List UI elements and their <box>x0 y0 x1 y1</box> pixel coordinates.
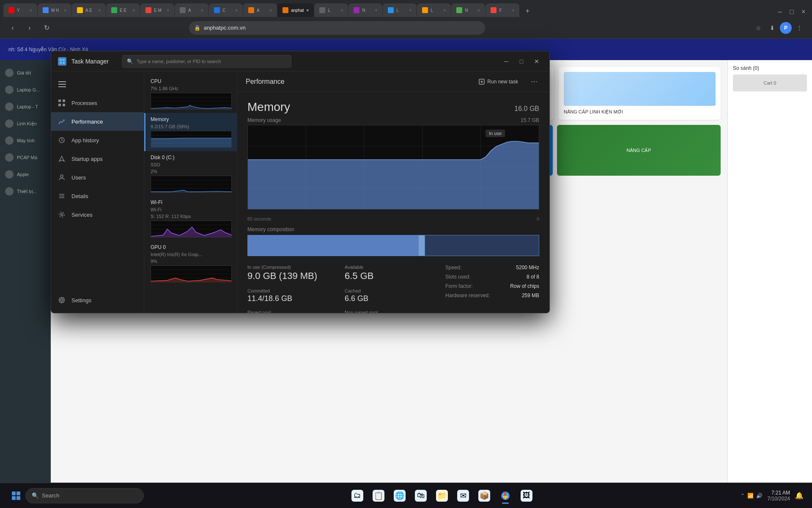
processes-icon <box>58 99 66 107</box>
tab-8[interactable]: A × <box>243 3 277 17</box>
folder-icon: 📁 <box>436 490 448 502</box>
sidebar-item-details[interactable]: Details <box>51 187 144 205</box>
tab-14[interactable]: N × <box>451 3 485 17</box>
taskbar-app-store[interactable]: 🛍 <box>412 487 430 505</box>
new-tab-button[interactable]: + <box>521 5 533 17</box>
notification-icon[interactable]: 🔔 <box>795 491 804 500</box>
bookmark-button[interactable]: ☆ <box>753 22 765 34</box>
startup-icon <box>58 155 66 163</box>
sidebar-item-performance[interactable]: Performance <box>51 112 144 131</box>
taskbar-clock[interactable]: 7:21 AM 7/10/2024 <box>768 490 790 502</box>
app-history-label: App history <box>71 137 99 144</box>
tab-gmail[interactable]: M H × <box>38 3 71 17</box>
taskbar-app-dropbox[interactable]: 📦 <box>475 487 493 505</box>
tab-5[interactable]: E M × <box>140 3 174 17</box>
download-button[interactable]: ⬇ <box>766 22 778 34</box>
svg-point-18 <box>61 299 63 301</box>
perf-item-cpu[interactable]: CPU 7% 1.86 GHz <box>144 75 237 113</box>
address-bar[interactable]: 🔒 anphatpc.com.vn <box>189 21 485 35</box>
tm-maximize-button[interactable]: □ <box>516 55 527 67</box>
maximize-button[interactable]: □ <box>787 7 797 17</box>
menu-button[interactable]: ⋮ <box>793 22 805 34</box>
stat-paged-pool: Paged pool 516 MB <box>247 310 338 313</box>
sidebar-item-users[interactable]: Users <box>51 168 144 187</box>
perf-item-gpu[interactable]: GPU 0 Intel(R) Iris(R) Xe Grap... 9% <box>144 241 237 286</box>
site-nav-item: Laptop G... <box>0 81 51 98</box>
taskbar-search[interactable]: 🔍 Search <box>25 488 144 503</box>
svg-rect-10 <box>63 104 65 106</box>
volume-icon: 🔊 <box>756 493 763 499</box>
tab-6[interactable]: A × <box>175 3 208 17</box>
content-title: Performance <box>246 78 285 86</box>
in-use-value: 9.0 GB (139 MB) <box>247 271 338 282</box>
browser-actions: ☆ ⬇ P ⋮ <box>753 22 805 34</box>
close-browser-button[interactable]: × <box>798 7 809 17</box>
tm-hamburger-menu[interactable] <box>55 77 70 92</box>
tm-window-controls: ─ □ ✕ <box>500 55 543 67</box>
cpu-sub: 7% 1.86 GHz <box>151 86 232 91</box>
usage-value: 15.7 GB <box>521 117 539 123</box>
taskbar-app-edge[interactable]: 🌐 <box>391 487 409 505</box>
taskbar-app-folder[interactable]: 📁 <box>433 487 451 505</box>
tm-content-area: Performance Run new task ⋯ <box>237 72 549 313</box>
taskbar-app-files[interactable]: 🗂 <box>348 487 366 505</box>
tab-13[interactable]: L × <box>417 3 451 17</box>
tab-11[interactable]: N × <box>348 3 382 17</box>
gpu-mini-graph <box>151 265 232 282</box>
tab-15[interactable]: F × <box>486 3 519 17</box>
tab-4[interactable]: E E × <box>106 3 140 17</box>
tab-anphat[interactable]: anphat × <box>277 3 314 17</box>
perf-item-wifi[interactable]: Wi-Fi Wi-Fi S: 152 R: 112 Kbps <box>144 196 237 241</box>
task-manager-window: Task Manager 🔍 Type a name, publisher, o… <box>51 51 550 313</box>
back-button[interactable]: ‹ <box>7 22 19 34</box>
minimize-button[interactable]: – <box>775 7 785 17</box>
wifi-sub: Wi-Fi <box>151 207 232 212</box>
taskbar-search-placeholder: Search <box>42 492 59 499</box>
taskbar-app-mail[interactable]: ✉ <box>454 487 472 505</box>
memory-name: Memory <box>151 116 169 122</box>
more-options-button[interactable]: ⋯ <box>527 75 541 88</box>
taskbar-app-task[interactable]: 📋 <box>370 487 387 505</box>
sidebar-item-app-history[interactable]: App history <box>51 131 144 149</box>
tab-10[interactable]: L × <box>314 3 348 17</box>
memory-sub: 9.2/15.7 GB (59%) <box>151 124 232 129</box>
tm-search[interactable]: 🔍 Type a name, publisher, or PID to sear… <box>122 55 291 68</box>
details-icon <box>58 192 66 200</box>
site-nav-item: Apple <box>0 166 51 183</box>
photos-icon: 🖼 <box>521 490 532 502</box>
perf-item-memory[interactable]: Memory 9.2/15.7 GB (59%) <box>144 113 237 151</box>
forward-button[interactable]: › <box>24 22 36 34</box>
svg-point-16 <box>61 214 63 216</box>
sidebar-item-processes[interactable]: Processes <box>51 94 144 112</box>
tab-7[interactable]: C × <box>209 3 243 17</box>
cached-value: 6.6 GB <box>345 294 435 303</box>
form-label: Form factor: <box>445 283 473 289</box>
speed-value: 5200 MHz <box>516 265 539 271</box>
tab-12[interactable]: L × <box>383 3 417 17</box>
sidebar-item-settings[interactable]: Settings <box>51 291 144 309</box>
services-label: Services <box>71 212 93 218</box>
sidebar-item-startup[interactable]: Startup apps <box>51 149 144 168</box>
sidebar-item-services[interactable]: Services <box>51 205 144 224</box>
profile-button[interactable]: P <box>780 22 792 34</box>
svg-point-12 <box>60 175 63 177</box>
start-button[interactable] <box>8 488 24 503</box>
site-right-panel: So sánh (0) Cart 0 <box>727 60 812 483</box>
run-new-task-button[interactable]: Run new task <box>473 76 524 87</box>
memory-total: 16.0 GB <box>514 105 539 113</box>
tm-minimize-button[interactable]: ─ <box>500 55 512 67</box>
dropbox-icon: 📦 <box>478 490 490 502</box>
taskbar-app-photos[interactable]: 🖼 <box>518 487 535 505</box>
perf-item-disk[interactable]: Disk 0 (C:) SSD 2% <box>144 151 237 196</box>
tray-expand-icon[interactable]: ⌃ <box>741 493 745 499</box>
wifi-mini-graph <box>151 221 232 237</box>
tab-gdrive[interactable]: A E × <box>72 3 106 17</box>
tab-youtube[interactable]: Y × <box>3 3 37 17</box>
tm-sidebar: Processes Performance App history <box>51 72 144 313</box>
tm-close-button[interactable]: ✕ <box>531 55 543 67</box>
tab-bar: Y × M H × A E × E E × E M × A × C × A × … <box>0 0 812 17</box>
svg-rect-8 <box>63 99 65 102</box>
reload-button[interactable]: ↻ <box>41 22 52 34</box>
taskbar-app-chrome[interactable] <box>497 487 514 505</box>
site-nav-item: Linh Kiện <box>0 115 51 132</box>
